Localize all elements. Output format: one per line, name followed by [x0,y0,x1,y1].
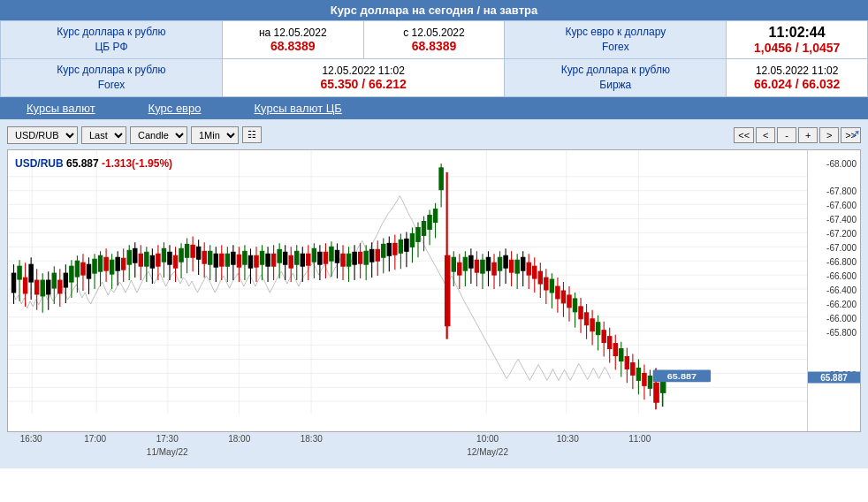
svg-rect-118 [278,249,281,262]
forex-value: 65.350 / 66.212 [230,77,497,91]
yaxis-66200: -66.200 [826,299,857,308]
exchange-label: Курс доллара к рублюБиржа [505,59,727,97]
svg-rect-52 [87,264,90,278]
svg-rect-204 [527,262,530,275]
svg-rect-196 [504,255,507,268]
exchange-cell: 12.05.2022 11:02 66.024 / 66.032 [727,59,868,97]
xaxis-1630: 16:30 [20,434,42,444]
svg-rect-108 [248,255,252,268]
svg-rect-86 [185,244,188,257]
svg-rect-90 [196,247,200,259]
svg-rect-28 [18,266,21,279]
svg-rect-200 [515,260,519,273]
svg-rect-222 [579,306,582,318]
svg-rect-126 [301,254,304,266]
nav-zoom-out-button[interactable]: - [777,127,796,143]
euro-value: 1,0456 / 1,0457 [734,41,860,55]
svg-rect-240 [631,362,635,375]
cbr-value2: 68.8389 [371,39,498,53]
svg-rect-248 [654,383,659,402]
euro-cell: 11:02:44 1,0456 / 1,0457 [727,21,868,59]
svg-rect-236 [620,348,623,361]
nav-zoom-in-button[interactable]: + [798,127,818,143]
svg-rect-148 [364,251,368,264]
svg-rect-122 [289,255,293,268]
svg-rect-210 [544,278,548,290]
euro-label: Курс евро к долларуForex [505,21,727,59]
ticker-select[interactable]: USD/RUB [7,126,78,144]
header-title: Курс доллара на сегодня / на завтра [331,4,537,17]
svg-rect-168 [422,221,425,235]
svg-rect-166 [416,227,420,241]
svg-rect-138 [335,250,339,262]
svg-rect-198 [509,260,513,272]
xaxis-date-11may: 11/May/22 [147,447,188,457]
chart-toolbar: USD/RUB Last Candle 1Min ☷ << < - + > >> [7,126,861,144]
svg-rect-92 [202,251,206,263]
forex-date: 12.05.2022 11:02 [230,65,497,77]
svg-rect-120 [283,252,286,264]
svg-rect-228 [596,322,599,334]
xaxis-1000: 10:00 [476,434,499,444]
svg-rect-104 [237,255,240,267]
svg-rect-178 [452,257,455,271]
svg-rect-38 [47,280,50,294]
svg-rect-214 [556,286,560,299]
nav-item-cb-rates[interactable]: Курсы валют ЦБ [227,97,368,119]
yaxis-68000: -68.000 [826,158,857,168]
yaxis-67200: -67.200 [826,228,857,238]
svg-rect-186 [475,260,478,272]
svg-rect-80 [168,252,171,264]
svg-rect-96 [214,254,217,267]
svg-rect-94 [209,251,212,264]
xaxis-dates-row: 11/May/22 12/May/22 [7,447,808,460]
svg-rect-34 [34,280,38,294]
rates-table: Курс доллара к рублюЦБ РФ на 12.05.2022 … [0,20,868,97]
svg-rect-72 [145,252,148,266]
yaxis-66600: -66.600 [826,270,857,280]
svg-rect-244 [643,373,646,385]
svg-rect-226 [590,318,594,331]
svg-rect-234 [613,343,617,355]
chart-yaxis: -68.000 -67.800 -67.600 -67.400 -67.200 … [807,150,860,431]
svg-rect-40 [52,273,56,288]
svg-rect-46 [70,266,73,282]
svg-rect-208 [538,271,542,284]
forex-label: Курс доллара к рублюForex [1,59,223,97]
svg-rect-224 [584,312,588,324]
svg-rect-116 [271,254,275,266]
svg-rect-98 [220,254,224,266]
nav-item-currencies[interactable]: Курсы валют [0,97,122,119]
grid-button[interactable]: ☷ [242,126,262,143]
page-header: Курс доллара на сегодня / на завтра [0,0,868,20]
nav-next-button[interactable]: > [819,127,839,143]
svg-rect-30 [23,278,27,293]
forex-cell: 12.05.2022 11:02 65.350 / 66.212 [222,59,504,97]
chart-style-select[interactable]: Candle [130,126,187,144]
expand-button[interactable]: ➚ [850,126,861,141]
svg-rect-50 [81,262,85,275]
svg-rect-146 [358,252,362,263]
xaxis-1700: 17:00 [84,434,106,444]
chart-bottom: 16:30 17:00 17:30 18:00 18:30 10:00 10:3… [7,432,861,461]
svg-rect-60 [110,260,113,274]
yaxis-66000: -66.000 [826,313,857,323]
yaxis-67600: -67.600 [826,200,857,209]
nav-first-button[interactable]: << [734,127,754,143]
svg-rect-156 [387,243,391,255]
nav-prev-button[interactable]: < [756,127,775,143]
nav-bar: Курсы валют Курс евро Курсы валют ЦБ [0,97,868,119]
svg-rect-136 [330,247,333,261]
svg-rect-70 [139,254,142,266]
svg-rect-64 [122,258,126,270]
svg-rect-184 [469,255,473,268]
nav-item-euro[interactable]: Курс евро [122,97,228,119]
price-type-select[interactable]: Last [81,126,126,144]
svg-rect-174 [439,167,443,189]
svg-rect-176 [445,255,449,326]
interval-select[interactable]: 1Min [191,126,239,144]
svg-rect-82 [173,255,177,268]
svg-rect-164 [410,233,414,247]
svg-rect-140 [341,254,345,266]
svg-rect-102 [232,252,235,264]
